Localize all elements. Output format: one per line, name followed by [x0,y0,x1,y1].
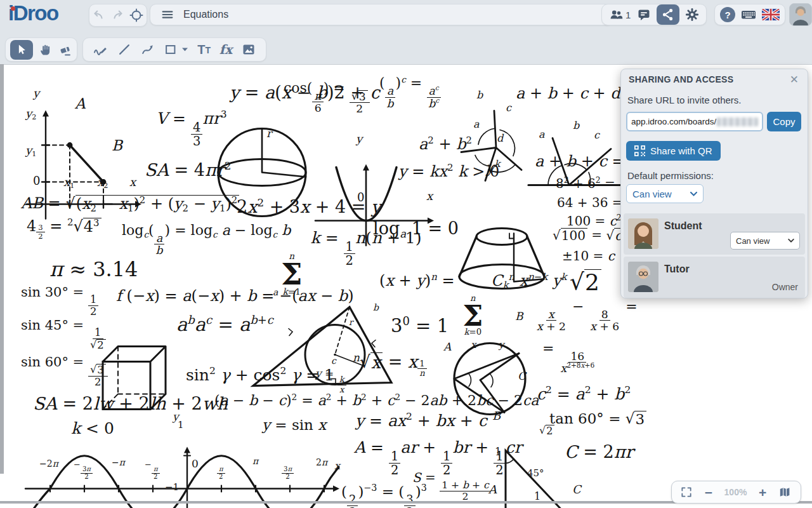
equation-item[interactable]: y2 [25,107,36,121]
equation-item[interactable]: −1 [165,482,179,493]
equation-item[interactable]: x [129,176,136,189]
equation-item[interactable]: π ≈ 3.14 [49,258,138,281]
equation-item[interactable]: cos(π6) = √32 [284,81,370,115]
equation-item[interactable]: 3π2 [282,460,294,481]
equation-item[interactable]: B [515,311,523,323]
equation-item[interactable]: C [518,370,526,382]
line-tool-button[interactable] [117,43,131,57]
equation-item[interactable]: (ab)c = acbc [379,76,441,109]
equation-item[interactable]: π [252,457,258,467]
board-title[interactable]: Equations [183,9,228,20]
equation-item[interactable]: −3π2 [74,460,93,481]
shortcuts-button[interactable] [740,7,757,22]
minimap-button[interactable] [778,486,792,498]
student-permission-select[interactable]: Can view [730,232,800,250]
equation-item[interactable]: c [594,130,599,141]
equation-item[interactable]: sin 30° = 12 [21,285,98,317]
equation-item[interactable]: −π [112,458,125,468]
equation-item[interactable]: y [356,133,362,145]
online-users-button[interactable]: 1 [608,8,631,22]
equation-item[interactable]: f (−x) = a(−x) + b = −(ax − b) [116,288,354,305]
equation-item[interactable]: SA = 4πr2 [145,161,231,180]
equation-item[interactable]: SA = 2lw + 2lh + 2wh [33,394,228,413]
equation-item[interactable]: −π2 [145,460,160,481]
share-qr-button[interactable]: Share with QR [626,141,721,161]
equation-item[interactable]: c2 = a2 + b2 [537,385,631,403]
equation-item[interactable]: 100 = c2 [566,214,622,228]
equation-item[interactable]: √2 [539,425,554,437]
share-button[interactable] [657,4,679,25]
equation-item[interactable]: r [349,318,353,328]
redo-button[interactable] [110,8,124,22]
equation-item[interactable]: y = sin x [262,417,326,434]
equation-item[interactable]: b [476,90,483,101]
equation-item[interactable]: a [273,288,278,298]
equation-item[interactable]: V = 43πr3 [156,110,227,148]
equation-item[interactable]: B [492,410,501,422]
shape-tool-button[interactable] [164,43,188,57]
zoom-in-button[interactable]: + [759,486,766,499]
equation-item[interactable]: c [331,356,336,366]
equation-item[interactable]: y = ax2 + bx + c [355,412,487,430]
equation-item[interactable]: A [443,341,451,353]
text-tool-button[interactable]: TT [197,43,211,56]
equation-item[interactable]: −2π [39,459,58,469]
undo-button[interactable] [92,8,106,22]
equation-item[interactable]: C [572,483,581,496]
vertical-scrollbar[interactable] [0,64,4,474]
chat-button[interactable] [636,7,652,22]
equation-item[interactable]: A [488,483,497,496]
formula-tool-button[interactable]: fx [219,42,233,57]
equation-item[interactable]: 0 [192,458,199,470]
equation-item[interactable]: 0 [357,191,364,204]
equation-item[interactable]: y [499,340,504,351]
equation-item[interactable]: a2 + b2 [419,136,472,153]
equation-item[interactable]: 45° [527,468,544,479]
equation-item[interactable]: b [573,120,579,131]
equation-item[interactable]: k < 0 [71,420,114,438]
equation-item[interactable]: x [471,340,476,351]
fullscreen-button[interactable] [680,486,693,498]
board-menu-button[interactable] [160,8,174,22]
equation-item[interactable]: x1 [63,176,74,189]
equation-item[interactable]: yk [486,159,501,177]
equation-item[interactable]: xx + 2 − 8x + 6 = [535,299,638,333]
pen-tool-button[interactable] [93,42,108,57]
app-logo[interactable]: iDroo [8,1,58,25]
zoom-level[interactable]: 100% [724,487,747,497]
language-button[interactable] [762,8,780,21]
equation-item[interactable]: √2 [570,269,601,295]
equation-item[interactable]: 2π [316,458,327,468]
settings-button[interactable] [684,7,700,22]
equation-item[interactable]: x [334,460,340,472]
equation-item[interactable]: d [497,133,503,144]
pan-tool-button[interactable] [37,42,53,57]
equation-item[interactable]: 0 [33,175,40,187]
share-url-input[interactable]: app.idroo.com/boards/ [626,112,763,131]
equation-item[interactable]: B [112,138,122,154]
help-button[interactable]: ? [720,7,735,22]
equation-item[interactable]: x [426,190,433,203]
equation-item[interactable]: A [75,96,86,112]
image-tool-button[interactable] [241,42,256,57]
equation-item[interactable]: tan 60° = √3 [549,411,646,428]
default-permission-select[interactable]: Can view [626,184,704,203]
equation-item[interactable]: 30 = 1 [391,316,449,337]
equation-item[interactable]: sin 45° = 1√2 [21,318,108,351]
equation-item[interactable]: 1 [178,420,184,431]
close-panel-button[interactable]: ✕ [787,72,801,88]
equation-item[interactable]: π2 [217,460,225,481]
eraser-tool-button[interactable] [57,42,72,57]
equation-item[interactable]: (a − b − c)2 = a2 + b2 + c2 − 2ab + 2bc … [214,393,539,409]
equation-item[interactable]: C = 2πr [565,443,633,462]
equation-item[interactable]: sin2 γ + cos2 γ = 1 [186,366,334,384]
select-tool-button[interactable] [10,40,33,60]
equation-item[interactable]: logc(ab) = logc a − logc b [122,223,291,257]
equation-item[interactable]: b [373,303,379,313]
equation-item[interactable]: 1 [495,446,501,458]
equation-item[interactable]: y = kx2 k > 0 [398,163,499,180]
equation-item[interactable]: y1 [25,144,36,157]
equation-item[interactable]: y [33,87,39,100]
equation-item[interactable]: a [473,119,480,130]
equation-item[interactable]: n√x = x1n [353,352,427,378]
